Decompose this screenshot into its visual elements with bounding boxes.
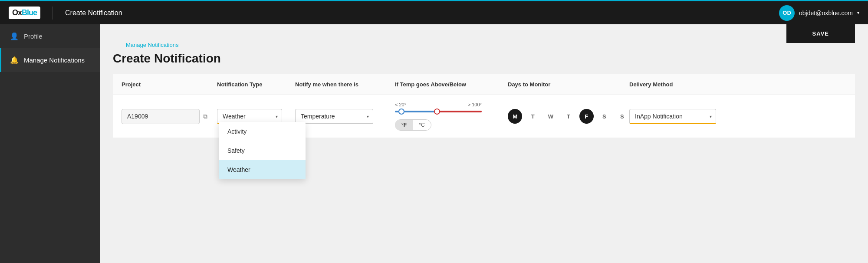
- dropdown-item-activity[interactable]: Activity: [219, 122, 306, 141]
- notification-table: Project Notification Type Notify me when…: [113, 74, 855, 138]
- user-menu[interactable]: OD objdet@oxblue.com ▾: [779, 5, 859, 21]
- project-input-wrap: ⧉: [122, 109, 200, 124]
- notify-when-select[interactable]: Temperature Wind Rain: [295, 109, 373, 124]
- project-cell: ⧉: [122, 109, 217, 124]
- temp-thumb-right[interactable]: [434, 108, 440, 115]
- page-title: Create Notification: [113, 50, 221, 74]
- project-input[interactable]: [127, 113, 203, 120]
- temp-unit-c-button[interactable]: °C: [413, 120, 431, 130]
- col-header-notification-type: Notification Type: [217, 81, 295, 88]
- header: OxBlue Create Notification OD objdet@oxb…: [0, 0, 868, 24]
- layers-icon: ⧉: [203, 113, 207, 120]
- logo: OxBlue Create Notification: [9, 7, 122, 20]
- temp-slider-track: [395, 111, 482, 112]
- day-thursday[interactable]: T: [561, 109, 575, 124]
- temp-unit-toggle: °F °C: [395, 119, 431, 131]
- bell-icon: 🔔: [10, 56, 19, 64]
- logo-blue: Blue: [22, 8, 37, 17]
- sidebar-item-profile[interactable]: 👤 Profile: [0, 24, 100, 48]
- header-divider: [53, 7, 53, 20]
- delivery-method-dropdown-wrap: InApp Notification Email SMS ▾: [629, 109, 716, 124]
- sidebar-item-manage-notifications[interactable]: 🔔 Manage Notifications: [0, 48, 100, 72]
- notify-when-dropdown-wrap: Temperature Wind Rain ▾: [295, 109, 373, 124]
- temp-unit-f-button[interactable]: °F: [395, 120, 413, 130]
- chevron-down-icon: ▾: [857, 10, 859, 15]
- col-header-project: Project: [122, 81, 217, 88]
- breadcrumb[interactable]: Manage Notifications: [113, 33, 855, 50]
- day-sunday[interactable]: S: [615, 109, 629, 124]
- temp-labels: < 20° > 100°: [395, 102, 482, 107]
- user-email: objdet@oxblue.com: [799, 10, 853, 16]
- day-wednesday[interactable]: W: [543, 109, 558, 124]
- save-button[interactable]: SAVE: [786, 24, 855, 43]
- temp-below-label: < 20°: [395, 102, 406, 107]
- dropdown-item-safety[interactable]: Safety: [219, 141, 306, 160]
- main-content: Manage Notifications Create Notification…: [100, 24, 868, 263]
- day-saturday[interactable]: S: [597, 109, 612, 124]
- notification-type-dropdown-menu: Activity Safety Weather: [219, 122, 306, 179]
- avatar: OD: [779, 5, 795, 21]
- sidebar-item-label-profile: Profile: [24, 33, 43, 40]
- dropdown-item-weather[interactable]: Weather: [219, 160, 306, 179]
- table-header: Project Notification Type Notify me when…: [113, 74, 855, 95]
- col-header-temp-range: If Temp goes Above/Below: [395, 81, 508, 88]
- col-header-delivery: Delivery Method: [629, 81, 846, 88]
- logo-box: OxBlue: [9, 7, 40, 19]
- delivery-method-cell: InApp Notification Email SMS ▾: [629, 109, 846, 124]
- temp-range-cell: < 20° > 100° °F °C: [395, 102, 508, 131]
- days-to-monitor-cell: M T W T F S S: [508, 109, 629, 124]
- sidebar: 👤 Profile 🔔 Manage Notifications: [0, 24, 100, 263]
- day-friday[interactable]: F: [579, 109, 594, 124]
- temp-thumb-left[interactable]: [398, 108, 404, 115]
- logo-ox: Ox: [12, 8, 22, 17]
- temp-above-label: > 100°: [468, 102, 482, 107]
- sidebar-item-label-notifications: Manage Notifications: [24, 56, 85, 64]
- profile-icon: 👤: [10, 32, 19, 40]
- col-header-notify-when: Notify me when there is: [295, 81, 395, 88]
- header-title: Create Notification: [65, 9, 122, 17]
- col-header-days: Days to Monitor: [508, 81, 629, 88]
- notify-when-cell: Temperature Wind Rain ▾: [295, 109, 395, 124]
- delivery-method-select[interactable]: InApp Notification Email SMS: [629, 109, 716, 124]
- day-tuesday[interactable]: T: [526, 109, 540, 124]
- day-monday[interactable]: M: [508, 109, 522, 124]
- layout: 👤 Profile 🔔 Manage Notifications Manage …: [0, 24, 868, 263]
